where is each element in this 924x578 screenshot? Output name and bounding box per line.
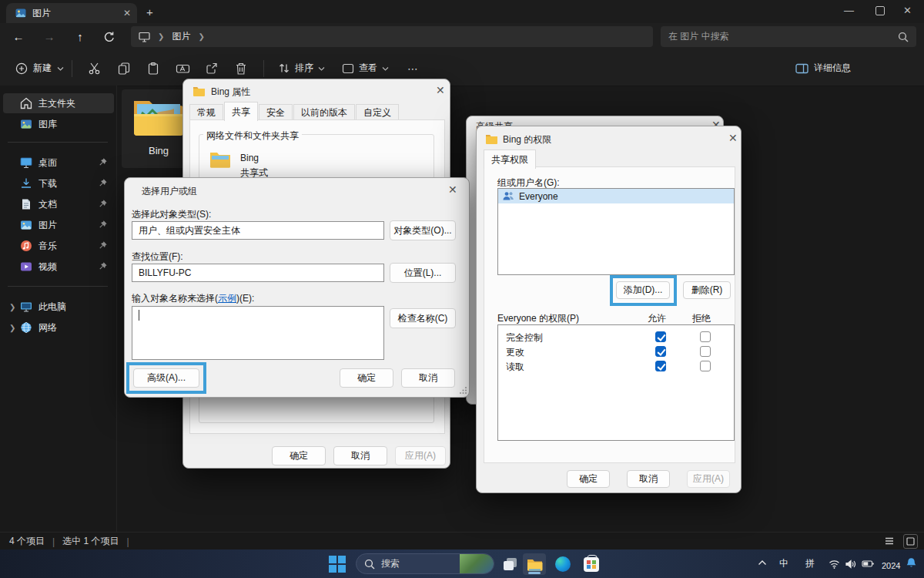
close-icon[interactable]: ✕ xyxy=(728,132,738,144)
tab-close-icon[interactable]: ✕ xyxy=(123,8,131,18)
search-placeholder: 在 图片 中搜索 xyxy=(668,30,729,43)
delete-button[interactable] xyxy=(226,62,256,76)
tab-share-permissions[interactable]: 共享权限 xyxy=(484,150,536,169)
breadcrumb-crumb[interactable]: 图片 xyxy=(172,30,190,43)
battery-icon[interactable] xyxy=(862,560,874,568)
group-list[interactable]: Everyone xyxy=(497,188,735,275)
ime-mode-indicator[interactable]: 拼 xyxy=(805,557,815,570)
start-button[interactable] xyxy=(326,553,348,575)
music-icon xyxy=(20,240,32,252)
object-names-textarea[interactable] xyxy=(132,306,384,360)
users-icon xyxy=(502,191,514,201)
ok-button[interactable]: 确定 xyxy=(340,368,393,388)
allow-checkbox-checked[interactable] xyxy=(655,331,666,342)
object-type-field[interactable]: 用户、组或内置安全主体 xyxy=(132,221,384,240)
remove-button[interactable]: 删除(R) xyxy=(683,281,731,299)
address-bar[interactable]: ❯ 图片 ❯ xyxy=(131,26,653,47)
back-button[interactable]: ← xyxy=(9,30,28,43)
rename-button[interactable] xyxy=(168,62,197,76)
taskbar-search[interactable]: 搜索 xyxy=(356,553,494,574)
allow-checkbox-checked[interactable] xyxy=(655,346,666,357)
tab-security[interactable]: 安全 xyxy=(259,104,293,121)
apply-button[interactable]: 应用(A) xyxy=(687,470,730,488)
text-cursor xyxy=(139,310,139,321)
minimize-button[interactable]: — xyxy=(844,5,854,16)
folder-icon xyxy=(192,86,206,96)
maximize-button[interactable] xyxy=(875,6,885,15)
details-pane-button[interactable]: 详细信息 xyxy=(795,62,851,75)
ok-button[interactable]: 确定 xyxy=(272,446,326,465)
sidebar-item-gallery[interactable]: 图库 xyxy=(3,114,114,134)
store-taskbar-icon[interactable] xyxy=(580,553,603,575)
group-list-item-everyone[interactable]: Everyone xyxy=(498,189,734,203)
file-explorer-taskbar-icon[interactable] xyxy=(523,553,546,575)
apply-button[interactable]: 应用(A) xyxy=(395,446,446,465)
documents-icon xyxy=(20,198,32,210)
sidebar-item-desktop[interactable]: 桌面 xyxy=(3,153,114,173)
share-name: Bing xyxy=(240,153,259,163)
share-button[interactable] xyxy=(197,62,226,76)
deny-checkbox-unchecked[interactable] xyxy=(700,361,711,371)
sidebar-item-documents[interactable]: 文档 xyxy=(3,194,114,214)
close-icon[interactable]: ✕ xyxy=(448,183,457,196)
sidebar-item-music[interactable]: 音乐 xyxy=(3,236,114,256)
deny-checkbox-unchecked[interactable] xyxy=(700,346,711,357)
thumbnail-view-button[interactable] xyxy=(903,534,918,549)
tray-chevron-up-icon[interactable] xyxy=(758,560,767,566)
object-types-button[interactable]: 对象类型(O)... xyxy=(390,220,456,240)
ok-button[interactable]: 确定 xyxy=(567,470,610,488)
add-button-highlight xyxy=(610,275,677,306)
explorer-tab[interactable]: 图片 ✕ xyxy=(6,3,137,23)
cut-button[interactable] xyxy=(80,62,109,76)
ime-language-indicator[interactable]: 中 xyxy=(779,557,788,570)
close-icon[interactable]: ✕ xyxy=(436,84,445,96)
task-view-button[interactable] xyxy=(500,553,521,575)
deny-checkbox-unchecked[interactable] xyxy=(700,331,711,342)
breadcrumb-separator: ❯ xyxy=(158,32,164,41)
location-field[interactable]: BILLYFU-PC xyxy=(132,264,384,282)
examples-link[interactable]: 示例 xyxy=(218,293,236,304)
sidebar-item-pictures[interactable]: 图片 xyxy=(3,215,114,235)
allow-header: 允许 xyxy=(648,312,666,325)
expand-chevron-icon[interactable]: ❯ xyxy=(9,324,17,332)
pictures-icon xyxy=(20,219,32,231)
sidebar-item-downloads[interactable]: 下载 xyxy=(3,173,114,193)
paste-button[interactable] xyxy=(139,62,168,76)
new-button[interactable]: 新建 xyxy=(15,62,64,75)
sidebar-item-videos[interactable]: 视频 xyxy=(3,257,114,277)
cancel-button[interactable]: 取消 xyxy=(333,446,387,465)
volume-icon[interactable] xyxy=(845,560,856,569)
tab-previous-versions[interactable]: 以前的版本 xyxy=(293,104,355,121)
edge-taskbar-icon[interactable] xyxy=(551,553,574,575)
wifi-icon[interactable] xyxy=(829,560,840,569)
check-names-button[interactable]: 检查名称(C) xyxy=(390,308,456,328)
tab-customize[interactable]: 自定义 xyxy=(356,104,399,121)
locations-button[interactable]: 位置(L)... xyxy=(390,263,456,283)
view-button[interactable]: 查看 xyxy=(342,62,389,75)
allow-checkbox-checked[interactable] xyxy=(655,361,666,371)
new-tab-button[interactable]: + xyxy=(146,5,153,18)
clock[interactable]: 2024 xyxy=(882,561,900,570)
weather-widget[interactable] xyxy=(460,554,494,573)
sidebar-item-home[interactable]: 主文件夹 xyxy=(3,93,114,113)
resize-grip[interactable] xyxy=(459,386,467,395)
tab-general[interactable]: 常规 xyxy=(189,104,223,121)
up-button[interactable]: ↑ xyxy=(71,30,89,43)
notification-bell-icon[interactable] xyxy=(906,557,917,569)
running-indicator xyxy=(528,572,541,574)
details-view-button[interactable] xyxy=(884,536,895,546)
sort-button[interactable]: 排序 xyxy=(278,62,325,75)
tab-sharing[interactable]: 共享 xyxy=(224,102,258,121)
cancel-button[interactable]: 取消 xyxy=(627,470,670,488)
copy-button[interactable] xyxy=(109,62,139,76)
sidebar-item-network[interactable]: ❯ 网络 xyxy=(3,318,114,338)
this-pc-icon xyxy=(20,301,32,313)
cancel-button[interactable]: 取消 xyxy=(401,368,455,388)
more-options-button[interactable]: ⋯ xyxy=(407,62,419,75)
forward-button[interactable]: → xyxy=(40,30,59,43)
refresh-button[interactable] xyxy=(103,31,116,43)
sidebar-item-this-pc[interactable]: ❯ 此电脑 xyxy=(3,297,114,317)
expand-chevron-icon[interactable]: ❯ xyxy=(9,303,17,311)
search-box[interactable]: 在 图片 中搜索 xyxy=(661,26,916,47)
close-button[interactable]: ✕ xyxy=(903,5,912,16)
